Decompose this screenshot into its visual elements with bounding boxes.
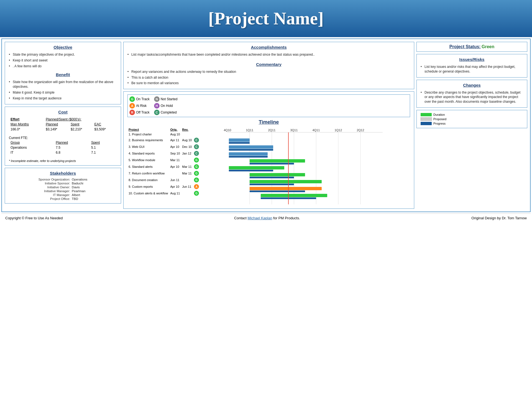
completed-label: Completed [161, 110, 177, 114]
project-rev-1: Aug 10 [181, 137, 193, 143]
stakeholders-title: Stakeholders [9, 171, 117, 176]
duration-label: Duration [433, 113, 445, 116]
accomplishments-section: Accomplishments List major tasks/accompl… [123, 42, 414, 89]
benefit-item: Keep in mind the target audience [9, 96, 117, 101]
footer: Copyright © Free to Use As Needed Contac… [1, 213, 531, 222]
left-column: Objective State the primary objectives o… [5, 42, 121, 209]
fte-col-planned: Planned [55, 140, 89, 145]
stakeholder-label-5: Project Office: [9, 197, 70, 200]
cost-table: Effort Planned/Spent ($000's): Man Month… [9, 117, 117, 132]
fte-row-1-group: IT [9, 150, 54, 155]
header: [Project Name] [0, 0, 532, 37]
svg-rect-16 [229, 145, 273, 149]
project-row-1: 2. Business requirements Apr 11 Aug 10 C [127, 137, 200, 143]
planned-spent-label: Planned/Spent ($000's): [45, 117, 116, 122]
stakeholders-section: Stakeholders Sponsor Organization: Opera… [5, 168, 121, 204]
svg-rect-15 [229, 142, 250, 144]
svg-rect-22 [229, 166, 284, 169]
legend-off-track: R Off Track [129, 110, 150, 115]
status-g-9: G [194, 191, 199, 196]
project-rev-9 [181, 190, 193, 197]
col-spent: Spent [70, 122, 93, 127]
svg-rect-14 [229, 138, 250, 142]
stakeholder-value-2: Davis [72, 186, 117, 189]
commentary-item-0: Report any variances and the actions und… [127, 69, 410, 75]
not-started-icon: N [154, 96, 160, 102]
cost-footnote: * Incomplete estimate, refer to underlyi… [9, 159, 117, 163]
project-row-2: 3. Web GUI Apr 10 Dec 10 C [127, 143, 200, 150]
status-g-6: G [194, 171, 199, 176]
project-name-2: 3. Web GUI [127, 143, 169, 150]
svg-rect-17 [229, 149, 273, 151]
status-c-3: C [194, 151, 199, 156]
project-row-4: 5. Workflow module Mar 11 G [127, 157, 200, 163]
changes-item: Describe any changes to the project obje… [421, 90, 523, 105]
accomplishments-list: List major tasks/accomplishments that ha… [127, 52, 410, 58]
fte-label: Current FTE: [9, 136, 117, 140]
col-man-months: Man Months [9, 122, 44, 127]
footer-right: Original Design by Dr. Tom Tarnow [471, 216, 527, 220]
legend-duration: Duration [421, 113, 445, 116]
svg-text:3Q11: 3Q11 [290, 128, 298, 132]
project-row-5: 6. Standard alerts Apr 10 Mar 11 G [127, 163, 200, 170]
legend-completed: C Completed [154, 110, 178, 115]
col-planned: Planned [45, 122, 69, 127]
stakeholder-value-3: Pearlman [72, 189, 117, 193]
col-project: Project [127, 127, 169, 132]
changes-section: Changes Describe any changes to the proj… [416, 80, 527, 108]
changes-title: Changes [421, 83, 523, 87]
status-g-7: G [194, 177, 199, 182]
footer-middle-prefix: Contact [234, 216, 247, 220]
legend-on-track: G On Track [129, 96, 150, 102]
legend-at-risk: A At Risk [129, 103, 150, 109]
bar-legend-section: Duration Proposed Progress [416, 110, 527, 128]
middle-column: Accomplishments List major tasks/accompl… [123, 42, 414, 209]
gantt-svg: 4Q10 1Q11 2Q11 3Q11 4Q11 1Q12 2Q12 [200, 127, 410, 205]
not-started-label: Not Started [161, 97, 178, 101]
svg-rect-28 [250, 187, 322, 190]
project-rev-8: Jun 11 [181, 183, 193, 190]
svg-text:4Q11: 4Q11 [313, 128, 320, 132]
commentary-title: Commentary [127, 62, 410, 67]
objective-item: . A few items will do [9, 63, 117, 69]
commentary-item-1: This is a catch all section [127, 75, 410, 81]
svg-rect-27 [250, 184, 294, 185]
objective-section: Objective State the primary objectives o… [5, 42, 121, 104]
objective-item: Keep it short and sweet [9, 58, 117, 63]
col-eac: EAC [93, 122, 116, 127]
proposed-label: Proposed [433, 117, 446, 121]
fte-col-group: Group [9, 140, 54, 145]
benefit-item: State how the organization will gain fro… [9, 79, 117, 90]
legend-not-started: N Not Started [154, 96, 178, 102]
effort-label: Effort [9, 117, 44, 122]
on-track-icon: G [129, 96, 135, 102]
project-row-0: 1. Project charter Aug 10 [127, 132, 200, 137]
duration-bar [421, 113, 432, 116]
project-row-3: 4. Standard reports Sep 10 Jan 12 C [127, 150, 200, 157]
project-name-3: 4. Standard reports [127, 150, 169, 157]
legend-on-hold: H On Hold [154, 103, 178, 109]
accomplishments-title: Accomplishments [127, 45, 410, 50]
stakeholder-value-1: Baduchi [72, 182, 117, 185]
progress-bar [421, 122, 432, 125]
svg-rect-25 [250, 177, 294, 178]
fte-col-spent: Spent [90, 140, 116, 145]
stakeholder-label-2: Initiative Owner: [9, 186, 70, 189]
project-orig-4: Mar 11 [169, 157, 181, 163]
commentary-item-2: Be sure to mention all variances [127, 80, 410, 86]
objective-item: State the primary objectives of the proj… [9, 52, 117, 58]
svg-rect-23 [229, 170, 273, 171]
svg-rect-29 [250, 191, 305, 192]
status-g-5: G [194, 164, 199, 169]
project-orig-6 [169, 170, 181, 177]
status-a-8: A [194, 184, 199, 189]
issues-risks-title: Issues/Risks [421, 57, 523, 62]
project-list: Project Orig. Rev. 1. Project charter Au… [127, 127, 200, 206]
svg-text:2Q12: 2Q12 [357, 128, 364, 132]
footer-middle-link[interactable]: Michael Kaplan [248, 216, 272, 220]
cost-section: Cost Effort Planned/Spent ($000's): Man … [5, 107, 121, 166]
svg-text:1Q11: 1Q11 [246, 128, 254, 132]
project-status-value: Green [482, 44, 494, 49]
fte-row-0-planned: 7.5 [55, 145, 89, 150]
at-risk-icon: A [129, 103, 135, 109]
